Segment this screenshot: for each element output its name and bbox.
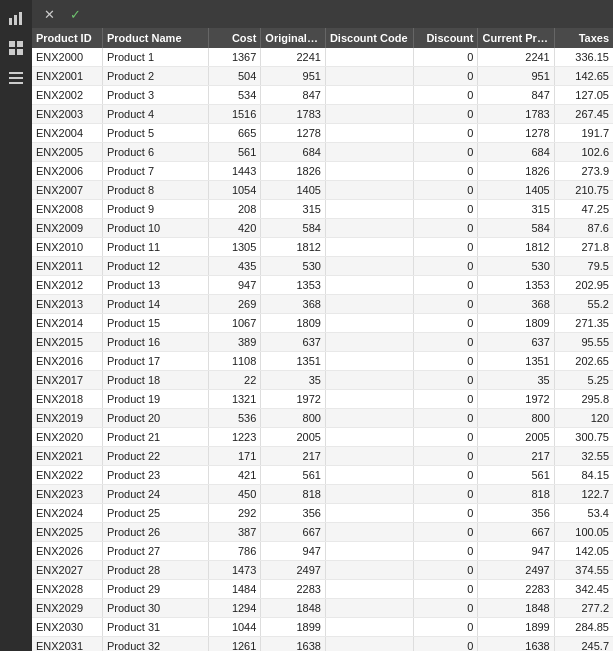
table-row[interactable]: ENX2024Product 25292356035653.4 <box>32 504 613 523</box>
cell-name: Product 29 <box>102 580 208 599</box>
table-row[interactable]: ENX2010Product 111305181201812271.8 <box>32 238 613 257</box>
cell-curr: 1638 <box>478 637 554 652</box>
table-row[interactable]: ENX2000Product 11367224102241336.15 <box>32 48 613 67</box>
table-row[interactable]: ENX2005Product 65616840684102.6 <box>32 143 613 162</box>
cell-curr: 1278 <box>478 124 554 143</box>
cell-curr: 2497 <box>478 561 554 580</box>
table-row[interactable]: ENX2019Product 205368000800120 <box>32 409 613 428</box>
cell-curr: 315 <box>478 200 554 219</box>
table-row[interactable]: ENX2023Product 244508180818122.7 <box>32 485 613 504</box>
cell-disc_code <box>325 48 413 67</box>
table-row[interactable]: ENX2012Product 13947135301353202.95 <box>32 276 613 295</box>
cell-taxes: 300.75 <box>554 428 613 447</box>
table-row[interactable]: ENX2008Product 9208315031547.25 <box>32 200 613 219</box>
cell-cost: 1054 <box>208 181 261 200</box>
table-row[interactable]: ENX2015Product 16389637063795.55 <box>32 333 613 352</box>
table-row[interactable]: ENX2004Product 5665127801278191.7 <box>32 124 613 143</box>
cell-discount: 0 <box>413 428 478 447</box>
table-row[interactable]: ENX2016Product 171108135101351202.65 <box>32 352 613 371</box>
cell-id: ENX2021 <box>32 447 102 466</box>
table-row[interactable]: ENX2001Product 25049510951142.65 <box>32 67 613 86</box>
table-row[interactable]: ENX2014Product 151067180901809271.35 <box>32 314 613 333</box>
table-row[interactable]: ENX2022Product 23421561056184.15 <box>32 466 613 485</box>
cell-orig: 684 <box>261 143 326 162</box>
table-row[interactable]: ENX2007Product 81054140501405210.75 <box>32 181 613 200</box>
table-row[interactable]: ENX2025Product 263876670667100.05 <box>32 523 613 542</box>
table-row[interactable]: ENX2026Product 277869470947142.05 <box>32 542 613 561</box>
table-row[interactable]: ENX2003Product 41516178301783267.45 <box>32 105 613 124</box>
cell-id: ENX2026 <box>32 542 102 561</box>
cell-name: Product 19 <box>102 390 208 409</box>
cell-id: ENX2014 <box>32 314 102 333</box>
main-content: ✕ ✓ Product ID Product Name Cost Origina… <box>32 0 613 651</box>
cell-disc_code <box>325 447 413 466</box>
list-icon[interactable] <box>2 64 30 92</box>
cell-discount: 0 <box>413 314 478 333</box>
cell-disc_code <box>325 333 413 352</box>
cell-taxes: 5.25 <box>554 371 613 390</box>
cell-cost: 421 <box>208 466 261 485</box>
table-row[interactable]: ENX2021Product 22171217021732.55 <box>32 447 613 466</box>
table-row[interactable]: ENX2020Product 211223200502005300.75 <box>32 428 613 447</box>
cell-orig: 2497 <box>261 561 326 580</box>
grid-icon[interactable] <box>2 34 30 62</box>
chart-icon[interactable] <box>2 4 30 32</box>
table-row[interactable]: ENX2017Product 1822350355.25 <box>32 371 613 390</box>
cell-orig: 315 <box>261 200 326 219</box>
cell-name: Product 1 <box>102 48 208 67</box>
cell-curr: 35 <box>478 371 554 390</box>
cell-cost: 1294 <box>208 599 261 618</box>
table-row[interactable]: ENX2002Product 35348470847127.05 <box>32 86 613 105</box>
cell-cost: 947 <box>208 276 261 295</box>
cell-orig: 637 <box>261 333 326 352</box>
cancel-button[interactable]: ✕ <box>38 3 60 25</box>
table-row[interactable]: ENX2031Product 321261163801638245.7 <box>32 637 613 652</box>
cell-curr: 637 <box>478 333 554 352</box>
table-row[interactable]: ENX2009Product 10420584058487.6 <box>32 219 613 238</box>
cell-discount: 0 <box>413 48 478 67</box>
table-row[interactable]: ENX2018Product 191321197201972295.8 <box>32 390 613 409</box>
cell-taxes: 84.15 <box>554 466 613 485</box>
table-row[interactable]: ENX2006Product 71443182601826273.9 <box>32 162 613 181</box>
cell-disc_code <box>325 599 413 618</box>
cell-discount: 0 <box>413 86 478 105</box>
table-row[interactable]: ENX2030Product 311044189901899284.85 <box>32 618 613 637</box>
cell-name: Product 28 <box>102 561 208 580</box>
cell-discount: 0 <box>413 257 478 276</box>
cell-disc_code <box>325 200 413 219</box>
svg-rect-2 <box>19 12 22 25</box>
table-row[interactable]: ENX2027Product 281473249702497374.55 <box>32 561 613 580</box>
table-row[interactable]: ENX2029Product 301294184801848277.2 <box>32 599 613 618</box>
products-table: Product ID Product Name Cost Original Sa… <box>32 28 613 651</box>
cell-disc_code <box>325 580 413 599</box>
cell-orig: 35 <box>261 371 326 390</box>
cell-orig: 1638 <box>261 637 326 652</box>
table-row[interactable]: ENX2028Product 291484228302283342.45 <box>32 580 613 599</box>
cell-taxes: 55.2 <box>554 295 613 314</box>
table-row[interactable]: ENX2013Product 14269368036855.2 <box>32 295 613 314</box>
svg-rect-9 <box>9 82 23 84</box>
cell-id: ENX2003 <box>32 105 102 124</box>
table-row[interactable]: ENX2011Product 12435530053079.5 <box>32 257 613 276</box>
cell-orig: 1353 <box>261 276 326 295</box>
confirm-button[interactable]: ✓ <box>64 3 86 25</box>
cell-discount: 0 <box>413 504 478 523</box>
table-container[interactable]: Product ID Product Name Cost Original Sa… <box>32 28 613 651</box>
cell-orig: 1812 <box>261 238 326 257</box>
cell-name: Product 32 <box>102 637 208 652</box>
col-header-name: Product Name <box>102 28 208 48</box>
cell-disc_code <box>325 86 413 105</box>
cell-curr: 368 <box>478 295 554 314</box>
cell-cost: 450 <box>208 485 261 504</box>
cell-discount: 0 <box>413 390 478 409</box>
cell-discount: 0 <box>413 105 478 124</box>
cell-discount: 0 <box>413 466 478 485</box>
cell-orig: 1848 <box>261 599 326 618</box>
cell-orig: 818 <box>261 485 326 504</box>
cell-taxes: 100.05 <box>554 523 613 542</box>
cell-curr: 847 <box>478 86 554 105</box>
cell-disc_code <box>325 409 413 428</box>
cell-cost: 561 <box>208 143 261 162</box>
left-toolbar <box>0 0 32 651</box>
cell-curr: 1899 <box>478 618 554 637</box>
